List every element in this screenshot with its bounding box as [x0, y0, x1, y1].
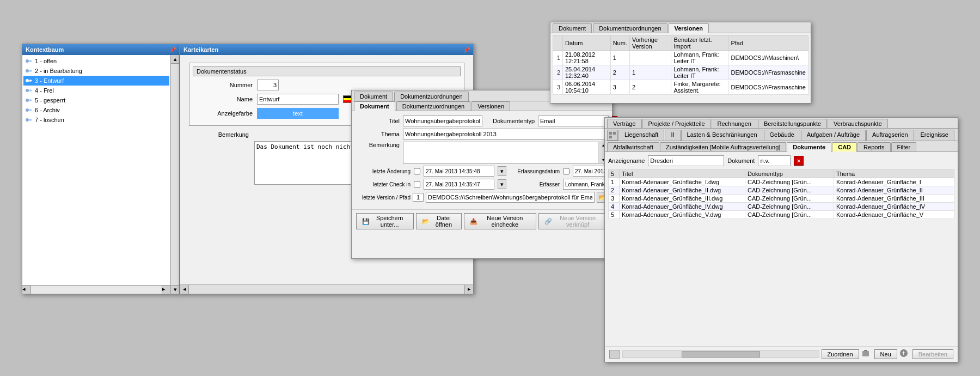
tab-dokument[interactable]: Dokument: [354, 92, 393, 101]
speichern-unter-btn[interactable]: 💾 Speichern unter...: [356, 213, 414, 229]
tab-rechnungen[interactable]: Rechnungen: [712, 119, 757, 128]
doc-thema-0: Konrad-Adenauer_Grünfläche_I: [834, 178, 954, 186]
neu-btn[interactable]: Neu: [874, 349, 897, 359]
tab-abfallwirtschaft[interactable]: Abfallwirtschaft: [607, 142, 659, 151]
bearbeiten-btn[interactable]: Bearbeiten: [912, 349, 953, 359]
erfassungsdatum-check[interactable]: [563, 168, 569, 175]
datei-oeffnen-btn[interactable]: 📂 Datei öffnen: [416, 213, 462, 229]
tree-item-1[interactable]: 2 - in Bearbeitung: [23, 66, 169, 76]
neue-version-verknuepfen-btn[interactable]: 🔗 Neue Version verknüpf: [538, 213, 608, 229]
tab-gebaeude[interactable]: Gebäude: [764, 130, 800, 141]
tab-reports[interactable]: Reports: [857, 142, 891, 151]
tab-auftragserien[interactable]: Auftragserien: [866, 130, 914, 141]
tab-dokumente[interactable]: Dokumente: [787, 142, 831, 152]
tab-aufgaben[interactable]: Aufgaben / Aufträge: [801, 130, 866, 141]
karteikarten-title: Karteikarten: [183, 46, 218, 53]
kontextbaum-titlebar: Kontextbaum 📌: [22, 44, 179, 55]
tab-filter[interactable]: Filter: [891, 142, 916, 151]
trash-icon[interactable]: [861, 349, 872, 360]
versionen-row-1[interactable]: 2 25.04.2014 12:32:40 2 1 Lohmann, Frank…: [553, 65, 808, 80]
ver-datum-2: 06.06.2014 10:54:10: [563, 80, 611, 95]
doc-row-3[interactable]: 4 Konrad-Adenauer_Grünfläche_IV.dwg CAD-…: [609, 203, 954, 211]
tab-bereitstellungspunkte[interactable]: Bereitstellungspunkte: [758, 119, 827, 128]
letzte-aenderung-dropdown[interactable]: ▾: [498, 166, 506, 176]
scroll-up-btn[interactable]: ▴: [171, 55, 179, 64]
tab-dok-zuordnungen-versionen[interactable]: Dokumentzuordnungen: [593, 23, 667, 33]
doc-row-0[interactable]: 1 Konrad-Adenauer_Grünfläche_I.dwg CAD-Z…: [609, 178, 954, 186]
versionen-row-2[interactable]: 3 06.06.2014 10:54:10 3 2 Finke, Margare…: [553, 80, 808, 95]
col-doc-typ: Dokumenttyp: [745, 170, 834, 178]
tab-zustaendigkeiten[interactable]: Zuständigkeiten [Mobile Auftragsverteilu…: [660, 142, 786, 151]
anzeigename-label: Anzeigename: [608, 157, 645, 164]
checkin-icon: 📥: [470, 218, 477, 225]
doc-num-1: 2: [609, 186, 620, 195]
doc-thema-4: Konrad-Adenauer_Grünfläche_V: [834, 211, 954, 219]
main-bottom-tabs1: Liegenschaft II Lasten & Beschränkungen …: [605, 129, 958, 141]
thema-input[interactable]: [403, 129, 608, 140]
nummer-input[interactable]: [257, 80, 279, 90]
dokument-input[interactable]: [758, 155, 791, 166]
scroll-left2-btn[interactable]: ◂: [180, 285, 189, 294]
tab-versionen-active[interactable]: Versionen: [669, 23, 709, 33]
tree-item-4[interactable]: 5 - gesperrt: [23, 95, 169, 105]
scroll-indicator[interactable]: [609, 350, 620, 359]
doc-typ-1: CAD-Zeichnung [Grün...: [745, 186, 834, 195]
expand-icon[interactable]: [607, 130, 618, 141]
doc-typ-2: CAD-Zeichnung [Grün...: [745, 195, 834, 203]
svg-rect-10: [862, 351, 869, 356]
tab-verbrauchspunkte[interactable]: Verbrauchspunkte: [828, 119, 888, 128]
versionen-table-container: Datum Num. Vorherige Version Benutzer le…: [550, 33, 811, 97]
tab-dokumentzuordnungen[interactable]: Dokumentzuordnungen: [394, 92, 468, 101]
titel-group: Titel Dokumententyp ✕: [356, 116, 608, 126]
tab-dokument2[interactable]: Dokument: [354, 101, 395, 111]
svg-point-2: [26, 79, 29, 82]
scroll-left-btn[interactable]: ◂: [22, 286, 31, 294]
tree-item-5[interactable]: 6 - Archiv: [23, 105, 169, 115]
anzeigefarbe-box[interactable]: text: [257, 108, 339, 119]
main-content: Anzeigename Dokument ✕ 5 Titel Dokumentt…: [605, 152, 958, 222]
scroll-down-btn[interactable]: ▾: [171, 285, 179, 294]
tree-item-label-2: 3 - Entwurf: [35, 77, 64, 84]
versionen-row-0[interactable]: 1 21.08.2012 12:21:58 1 Lohmann, Frank: …: [553, 51, 808, 65]
doc-row-4[interactable]: 5 Konrad-Adenauer_Grünfläche_V.dwg CAD-Z…: [609, 211, 954, 219]
tree-item-6[interactable]: 7 - löschen: [23, 115, 169, 125]
tree-item-2[interactable]: 3 - Entwurf: [23, 76, 169, 86]
scrollbar-thumb: [682, 351, 760, 357]
pfad-input[interactable]: [426, 192, 595, 203]
tree-item-0[interactable]: 1 - offen: [23, 56, 169, 66]
doc-num-3: 4: [609, 203, 620, 211]
tab-liegenschaft[interactable]: Liegenschaft: [618, 130, 664, 141]
tree-item-label-6: 7 - löschen: [35, 117, 64, 123]
neue-version-einchecken-btn[interactable]: 📥 Neue Version einchecke: [464, 213, 536, 229]
doc-row-1[interactable]: 2 Konrad-Adenauer_Grünfläche_II.dwg CAD-…: [609, 186, 954, 195]
doc-thema-3: Konrad-Adenauer_Grünfläche_IV: [834, 203, 954, 211]
add-icon[interactable]: +: [899, 349, 910, 360]
zuordnen-btn[interactable]: Zuordnen: [822, 349, 859, 359]
doc-num-4: 5: [609, 211, 620, 219]
tab-projekte[interactable]: Projekte / Projektteile: [642, 119, 711, 128]
tab-versionen2[interactable]: Versionen: [471, 101, 510, 111]
tree-item-3[interactable]: 4 - Frei: [23, 86, 169, 95]
letzte-aenderung-check[interactable]: [414, 168, 420, 175]
name-input[interactable]: [257, 94, 339, 105]
letzter-checkin-check[interactable]: [414, 181, 420, 188]
tab-cad[interactable]: CAD: [832, 142, 857, 152]
letzter-checkin-dropdown[interactable]: ▾: [498, 179, 506, 189]
version-num-input[interactable]: [413, 193, 424, 202]
anzeigename-input[interactable]: [648, 155, 724, 166]
tab-vertraege[interactable]: Verträge: [607, 119, 642, 128]
tab-dok-versionen[interactable]: Dokument: [553, 23, 592, 33]
scroll-right2-btn[interactable]: ▸: [464, 285, 473, 294]
kontextbaum-pin-icon[interactable]: 📌: [169, 47, 176, 53]
tab-ereignisse[interactable]: Ereignisse: [915, 130, 954, 141]
dokument-clear-btn[interactable]: ✕: [794, 156, 804, 166]
tab-ii[interactable]: II: [665, 130, 680, 141]
tab-lasten[interactable]: Lasten & Beschränkungen: [681, 130, 763, 141]
dokumententyp-input[interactable]: [538, 116, 609, 126]
tab-dokumentzuordnungen2[interactable]: Dokumentzuordnungen: [396, 101, 470, 111]
scroll-right-btn[interactable]: ▸: [162, 286, 170, 294]
karteikarten-pin-icon[interactable]: 📌: [463, 47, 470, 53]
titel-input[interactable]: [403, 116, 482, 126]
doc-typ-0: CAD-Zeichnung [Grün...: [745, 178, 834, 186]
doc-row-2[interactable]: 3 Konrad-Adenauer_Grünfläche_III.dwg CAD…: [609, 195, 954, 203]
